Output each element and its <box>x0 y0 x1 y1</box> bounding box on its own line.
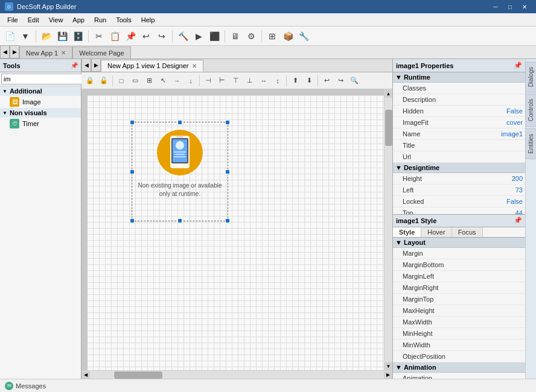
handle-bottom-mid[interactable] <box>177 218 182 223</box>
handle-mid-left[interactable] <box>130 169 135 174</box>
d-align-right[interactable]: ⊢ <box>215 74 229 87</box>
handle-top-mid[interactable] <box>177 120 182 125</box>
menu-file[interactable]: File <box>2 15 23 25</box>
toolbar-paste[interactable]: 📌 <box>123 29 138 43</box>
menu-tools[interactable]: Tools <box>111 15 136 25</box>
toolbar-settings[interactable]: ⚙ <box>244 29 258 43</box>
d-align-bottom[interactable]: ⊥ <box>243 74 257 87</box>
tool-group-nonvisuals-header[interactable]: ▼ Non visuals <box>0 108 81 118</box>
style-section-animation-header[interactable]: ▼ Animation <box>393 362 525 373</box>
style-tab-focus[interactable]: Focus <box>452 227 483 237</box>
designer-tab-active[interactable]: New App 1 view 1 Designer ✕ <box>101 60 203 72</box>
d-zoom[interactable]: 🔍 <box>348 74 361 87</box>
d-roundrect-btn[interactable]: ▭ <box>129 74 142 87</box>
toolbar-extra1[interactable]: 📦 <box>281 29 295 43</box>
prop-hidden-value[interactable]: False <box>471 107 525 115</box>
style-tab-hover[interactable]: Hover <box>421 227 451 237</box>
title-bar-controls[interactable]: ─ □ ✕ <box>489 2 531 11</box>
d-unlock-btn[interactable]: 🔓 <box>97 74 110 87</box>
d-undo[interactable]: ↩ <box>320 74 333 87</box>
designer-tab-close[interactable]: ✕ <box>192 63 197 69</box>
toolbar-dropdown[interactable]: ▼ <box>18 29 33 43</box>
d-grid-btn[interactable]: ⊞ <box>142 74 156 87</box>
prop-name-value[interactable]: image1 <box>471 130 525 138</box>
toolbar-preview[interactable]: 🖥 <box>228 29 243 43</box>
toolbar-redo[interactable]: ↪ <box>155 29 169 43</box>
tab-app[interactable]: New App 1 ✕ <box>19 46 72 58</box>
prop-left-value[interactable]: 73 <box>471 186 525 194</box>
d-center-v[interactable]: ↕ <box>271 74 284 87</box>
d-redo[interactable]: ↪ <box>334 74 347 87</box>
d-arrow-btn[interactable]: → <box>170 74 183 87</box>
handle-bottom-left[interactable] <box>130 218 135 223</box>
tool-group-additional-header[interactable]: ▼ Additional <box>0 86 81 96</box>
toolbar-build[interactable]: 🔨 <box>176 29 190 43</box>
menu-app[interactable]: App <box>68 15 89 25</box>
menu-edit[interactable]: Edit <box>23 15 44 25</box>
tab-nav-left[interactable]: ◀ <box>0 45 10 58</box>
prop-top-value[interactable]: 44 <box>471 209 525 214</box>
toolbar-copy[interactable]: 📋 <box>107 29 122 43</box>
pin-icon[interactable]: 📌 <box>71 62 78 69</box>
prop-imagefit-value[interactable]: cover <box>471 119 525 126</box>
designer-tab-nav-left[interactable]: ◀ <box>81 59 91 72</box>
maximize-button[interactable]: □ <box>503 2 517 11</box>
toolbar-extra2[interactable]: 🔧 <box>296 29 311 43</box>
minimize-button[interactable]: ─ <box>489 2 502 11</box>
d-center-h[interactable]: ↔ <box>257 74 270 87</box>
menu-run[interactable]: Run <box>89 15 111 25</box>
toolbar-align[interactable]: ⊞ <box>265 29 279 43</box>
tab-nav-right[interactable]: ▶ <box>10 45 19 58</box>
toolbar-stop[interactable]: ⬛ <box>207 29 222 43</box>
handle-bottom-right[interactable] <box>225 218 230 223</box>
scrollbar-vertical[interactable]: ▲ ▼ <box>384 89 392 370</box>
menu-view[interactable]: View <box>44 15 68 25</box>
scroll-h-thumb[interactable] <box>114 371 162 379</box>
toolbar-save[interactable]: 💾 <box>55 29 69 43</box>
tool-item-image[interactable]: 🖼 Image <box>0 96 81 108</box>
style-tab-style[interactable]: Style <box>393 227 421 237</box>
toolbar-open[interactable]: 📂 <box>39 29 54 43</box>
side-tab-dialogs[interactable]: Dialogs <box>525 62 536 92</box>
tab-app-close[interactable]: ✕ <box>61 49 66 56</box>
handle-mid-right[interactable] <box>225 169 230 174</box>
d-select-btn[interactable]: ↖ <box>156 74 170 87</box>
designer-tab-nav-right[interactable]: ▶ <box>91 59 101 72</box>
scroll-down-arrow[interactable]: ▼ <box>384 362 393 370</box>
d-align-left[interactable]: ⊣ <box>202 74 215 87</box>
style-section-layout-header[interactable]: ▼ Layout <box>393 238 525 248</box>
handle-top-left[interactable] <box>130 120 135 125</box>
toolbar-undo[interactable]: ↩ <box>139 29 153 43</box>
toolbar-run[interactable]: ▶ <box>191 29 206 43</box>
toolbar-save-all[interactable]: 🗄️ <box>71 29 85 43</box>
prop-locked-value[interactable]: False <box>471 198 525 205</box>
d-rect-btn[interactable]: □ <box>115 74 128 87</box>
d-down-btn[interactable]: ↓ <box>184 74 197 87</box>
close-button[interactable]: ✕ <box>518 2 531 11</box>
tab-welcome[interactable]: Welcome Page <box>72 46 130 58</box>
d-bring-front[interactable]: ⬆ <box>289 74 302 87</box>
prop-section-runtime-header[interactable]: ▼ Runtime <box>393 72 525 83</box>
canvas-image-component[interactable]: Non existing image or available only at … <box>132 122 228 221</box>
side-tab-controls[interactable]: Controls <box>525 93 536 127</box>
menu-help[interactable]: Help <box>136 15 160 25</box>
handle-top-right[interactable] <box>225 120 230 125</box>
toolbar-cut[interactable]: ✂ <box>92 29 106 43</box>
toolbar-new[interactable]: 📄 <box>2 29 17 43</box>
d-lock-btn[interactable]: 🔒 <box>83 74 97 87</box>
style-pin-icon[interactable]: 📌 <box>514 217 522 224</box>
canvas-scroll[interactable]: Non existing image or available only at … <box>81 89 384 370</box>
scroll-up-arrow[interactable]: ▲ <box>384 89 393 98</box>
d-align-top[interactable]: ⊤ <box>229 74 243 87</box>
scroll-right-arrow[interactable]: ▶ <box>384 371 392 379</box>
d-send-back[interactable]: ⬇ <box>302 74 316 87</box>
prop-height-value[interactable]: 200 <box>471 175 525 182</box>
search-input[interactable] <box>1 74 89 84</box>
tool-item-timer[interactable]: ⏱ Timer <box>0 118 81 130</box>
status-messages[interactable]: ✉ Messages <box>5 382 46 390</box>
scroll-v-thumb[interactable] <box>385 110 392 146</box>
prop-section-designtime-header[interactable]: ▼ Designtime <box>393 163 525 173</box>
properties-pin-icon[interactable]: 📌 <box>514 62 522 69</box>
scroll-left-arrow[interactable]: ◀ <box>81 371 90 379</box>
scrollbar-horizontal[interactable]: ◀ ▶ <box>81 370 392 379</box>
